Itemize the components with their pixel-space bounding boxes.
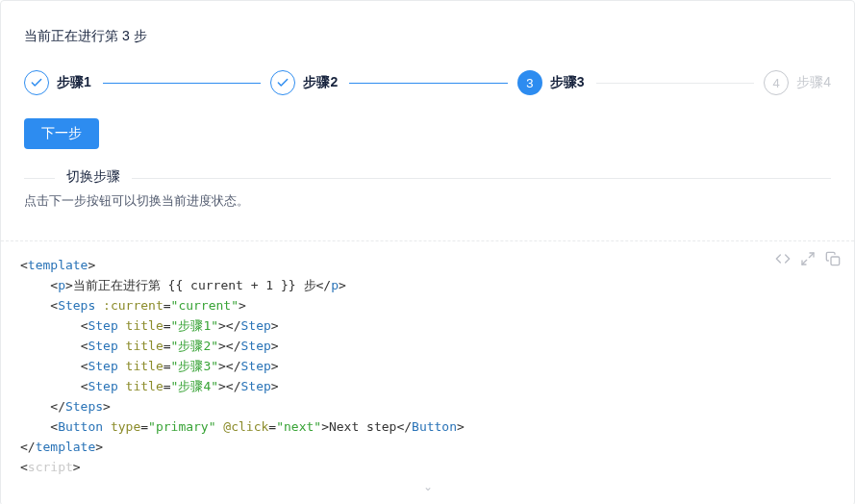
check-icon xyxy=(270,70,295,95)
step-2-label: 步骤2 xyxy=(303,74,338,91)
step-number-current: 3 xyxy=(517,70,542,95)
step-4-label: 步骤4 xyxy=(796,74,831,91)
demo-card: 当前正在进行第 3 步 步骤1 步骤2 3 步骤3 xyxy=(0,0,855,504)
check-icon xyxy=(24,70,49,95)
code-icon[interactable] xyxy=(775,251,791,266)
step-2: 步骤2 xyxy=(270,70,516,95)
next-button[interactable]: 下一步 xyxy=(24,118,99,149)
svg-line-0 xyxy=(809,253,814,258)
step-number-wait: 4 xyxy=(764,70,789,95)
step-3-label: 步骤3 xyxy=(550,74,585,91)
step-3: 3 步骤3 xyxy=(517,70,764,95)
code-block: <template> <p>当前正在进行第 {{ current + 1 }} … xyxy=(20,255,835,478)
steps-bar: 步骤1 步骤2 3 步骤3 4 步骤4 xyxy=(24,70,831,95)
step-1: 步骤1 xyxy=(24,70,270,95)
svg-rect-2 xyxy=(831,257,840,265)
step-connector xyxy=(596,83,755,84)
expand-icon[interactable] xyxy=(800,251,816,266)
section-divider: 切换步骤 xyxy=(24,178,831,179)
svg-line-1 xyxy=(802,260,807,265)
section-desc: 点击下一步按钮可以切换当前进度状态。 xyxy=(24,192,831,221)
step-connector xyxy=(349,83,508,84)
step-1-label: 步骤1 xyxy=(57,74,91,91)
step-4: 4 步骤4 xyxy=(764,70,831,95)
status-suffix: 步 xyxy=(130,28,147,43)
copy-icon[interactable] xyxy=(825,251,841,266)
section-title: 切换步骤 xyxy=(55,168,132,186)
demo-area: 当前正在进行第 3 步 步骤1 步骤2 3 步骤3 xyxy=(1,1,854,240)
status-line: 当前正在进行第 3 步 xyxy=(24,28,831,45)
step-connector xyxy=(103,83,262,84)
code-area: <template> <p>当前正在进行第 {{ current + 1 }} … xyxy=(1,240,854,504)
code-toolbar xyxy=(775,251,841,266)
expand-handle[interactable]: ⌄ xyxy=(20,478,835,497)
status-number: 3 xyxy=(122,28,130,43)
status-prefix: 当前正在进行第 xyxy=(24,28,122,43)
